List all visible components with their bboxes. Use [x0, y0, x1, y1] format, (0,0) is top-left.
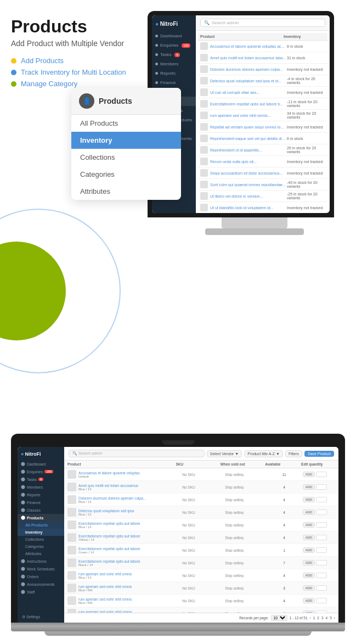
sidebar-item[interactable]: Inventory	[71, 132, 181, 149]
add-quantity-btn[interactable]: ADD	[303, 484, 315, 490]
table-row[interactable]: Exercitationem repellat optio aut labore…	[198, 98, 327, 110]
laptop-nav-attributes[interactable]: Attributes	[18, 550, 64, 557]
row-thumb	[200, 123, 208, 131]
table-row[interactable]: Reprehenderit eaque sed vel qui debitis …	[198, 133, 327, 144]
add-quantity-btn[interactable]: ADD	[303, 522, 315, 528]
sidebar-item[interactable]: Categories	[71, 166, 181, 183]
monitor-search[interactable]: 🔍 Search admin	[200, 19, 325, 27]
table-row[interactable]: rum aperiam sed volre nihil omnis... 34 …	[198, 110, 327, 121]
laptop-page-1[interactable]: 1	[313, 616, 315, 620]
laptop-page-3[interactable]: 3	[321, 616, 324, 620]
laptop-page-4[interactable]: 4	[326, 616, 328, 620]
laptop-nav-products[interactable]: ⬤ Products	[18, 514, 64, 522]
table-row[interactable]: rum aperiam sed volre nihil omnis Blue /…	[64, 607, 338, 613]
sidebar-item[interactable]: Attributes	[71, 183, 181, 200]
laptop-nav-orders[interactable]: ⬤ Orders	[18, 573, 64, 580]
laptop-next-page[interactable]: ›	[334, 616, 335, 620]
laptop-nav-classes[interactable]: ⬤ Classes	[18, 506, 64, 514]
table-row[interactable]: Accusamus et labore quiserat voluptas De…	[64, 468, 338, 481]
table-row[interactable]: Delectus quod voluptatum sed ipsa Blue /…	[64, 506, 338, 519]
laptop-nav-tasks[interactable]: ⬤ Tasks 8	[18, 475, 64, 483]
laptop-nav-inventory[interactable]: Inventory	[18, 529, 64, 536]
table-row[interactable]: Rerum unda nulla quis sit... Inventory n…	[198, 156, 327, 167]
add-quantity-btn[interactable]: ADD	[303, 509, 315, 515]
laptop-settings[interactable]: ⚙ Settings	[20, 614, 42, 620]
quantity-input[interactable]	[316, 509, 327, 515]
laptop-nav-collections[interactable]: Collections	[18, 536, 64, 543]
monitor-nav-finance[interactable]: Finance	[152, 78, 196, 87]
monitor-nav-members[interactable]: Members	[152, 59, 196, 69]
laptop-nav-all-products[interactable]: All Products	[18, 522, 64, 529]
laptop-save-btn[interactable]: Save Product	[304, 451, 334, 457]
row-available: 3	[268, 586, 300, 590]
table-row[interactable]: Exercitationem repellat optio aut labore…	[64, 519, 338, 531]
row-product: Amet quis mollit est totam accusamus Blu…	[78, 484, 180, 491]
laptop-select-vendor-btn[interactable]: Select Vendor ▼	[207, 450, 242, 457]
table-row[interactable]: Dolorem ducimuis dolores aperiam culpa..…	[198, 64, 327, 75]
quantity-input[interactable]	[316, 560, 327, 565]
table-row[interactable]: Sunt culm qui quaerat omnes repudiandae.…	[198, 179, 327, 191]
monitor-content: Product Inventory Accusamus et labore qu…	[196, 31, 330, 213]
monitor-nav-dashboard[interactable]: Dashboard	[152, 31, 196, 41]
laptop-page-5[interactable]: 5	[330, 616, 332, 620]
table-row[interactable]: Ut libero vel dolore in veniam... -25 in…	[198, 191, 327, 202]
feature-link-3[interactable]: Manage Category	[21, 80, 77, 88]
table-row[interactable]: rum aperiam sed volre nihil omnis Blue /…	[64, 595, 338, 607]
add-quantity-btn[interactable]: ADD	[303, 585, 315, 591]
table-row[interactable]: Sequi accusantium sit dolor accessamus..…	[198, 167, 327, 179]
feature-link-1[interactable]: Add Products	[21, 57, 64, 65]
table-row[interactable]: Accusamus et labore quiserat voluptas ac…	[198, 41, 327, 52]
table-row[interactable]: Exercitationem repellat optio aut labore…	[64, 544, 338, 557]
table-row[interactable]: Amet quis mollit est totam accusamus Blu…	[64, 481, 338, 494]
add-quantity-btn[interactable]: ADD	[303, 560, 315, 565]
table-row[interactable]: Dolorem ducimuis dolores aperiam culpa..…	[64, 494, 338, 506]
laptop-nav-work-sched[interactable]: ⬤ Work Schedules	[18, 565, 64, 573]
laptop-prev-page[interactable]: ‹	[310, 616, 311, 620]
feature-link-2[interactable]: Track Inventory for Multi Location	[21, 68, 126, 76]
sidebar-item[interactable]: All Products	[71, 115, 181, 132]
laptop-product-title-btn[interactable]: Product title A-Z ▼	[244, 450, 283, 457]
add-quantity-btn[interactable]: ADD	[303, 573, 315, 578]
quantity-input[interactable]	[316, 547, 327, 553]
table-row[interactable]: Exercitationem repellat optio aut labore…	[64, 531, 338, 544]
table-row[interactable]: Repellat ad veniam quam sequi omnes lo..…	[198, 121, 327, 133]
monitor-nav-reports[interactable]: Reports	[152, 69, 196, 78]
table-row[interactable]: Exercitationem repellat optio aut labore…	[64, 557, 338, 569]
quantity-input[interactable]	[316, 573, 327, 578]
table-row[interactable]: Reprehenderit ut id asperiills... 26 in …	[198, 144, 327, 156]
quantity-input[interactable]	[316, 497, 327, 502]
laptop-nav-dashboard[interactable]: ⬤ Dashboard	[18, 460, 64, 468]
add-quantity-btn[interactable]: ADD	[303, 547, 315, 553]
quantity-input[interactable]	[316, 585, 327, 591]
laptop-nav-members[interactable]: ⬤ Members	[18, 483, 64, 491]
add-quantity-btn[interactable]: ADD	[303, 535, 315, 540]
table-row[interactable]: rum aperiam sed volre nihil omnis Blue /…	[64, 569, 338, 582]
laptop-per-page-select[interactable]: 10 20 50	[271, 615, 287, 621]
quantity-input[interactable]	[316, 522, 327, 528]
monitor-nav-tasks[interactable]: Tasks 8	[152, 50, 196, 59]
sidebar-item[interactable]: Collections	[71, 149, 181, 166]
laptop-search-input[interactable]: 🔍 Search admin	[69, 450, 205, 457]
laptop-nav-categories[interactable]: Categories	[18, 543, 64, 550]
laptop-nav-staff[interactable]: ⬤ Staff	[18, 588, 64, 596]
monitor-nav-enquiries[interactable]: Enquiries 185	[152, 41, 196, 50]
quantity-input[interactable]	[316, 472, 327, 477]
quantity-input[interactable]	[316, 598, 327, 603]
table-row[interactable]: Ut ut blanditiis look id voluptatem id..…	[198, 202, 327, 213]
laptop-nav-announce[interactable]: ⬤ Announcements	[18, 580, 64, 588]
table-row[interactable]: Delectus quod voluptatum sed ipsa et id.…	[198, 75, 327, 87]
laptop-filter-btn[interactable]: Filters	[285, 450, 302, 457]
add-quantity-btn[interactable]: ADD	[303, 497, 315, 502]
quantity-input[interactable]	[316, 484, 327, 490]
table-row[interactable]: Amet quis mollit est totam accusamus lab…	[198, 52, 327, 64]
add-quantity-btn[interactable]: ADD	[303, 472, 315, 477]
table-row[interactable]: Ut cue sit corrupti vitae aes... Invento…	[198, 87, 327, 98]
laptop-nav-reports[interactable]: ⬤ Reports	[18, 491, 64, 499]
laptop-nav-finance[interactable]: ⬤ Finance	[18, 499, 64, 506]
laptop-page-2[interactable]: 2	[317, 616, 319, 620]
add-quantity-btn[interactable]: ADD	[303, 598, 315, 603]
table-row[interactable]: rum aperiam sed volre nihil omnis Blue /…	[64, 582, 338, 595]
laptop-nav-enquiries[interactable]: ⬤ Enquiries 185	[18, 468, 64, 475]
quantity-input[interactable]	[316, 535, 327, 540]
laptop-nav-instructions[interactable]: ⬤ Instructions	[18, 557, 64, 565]
